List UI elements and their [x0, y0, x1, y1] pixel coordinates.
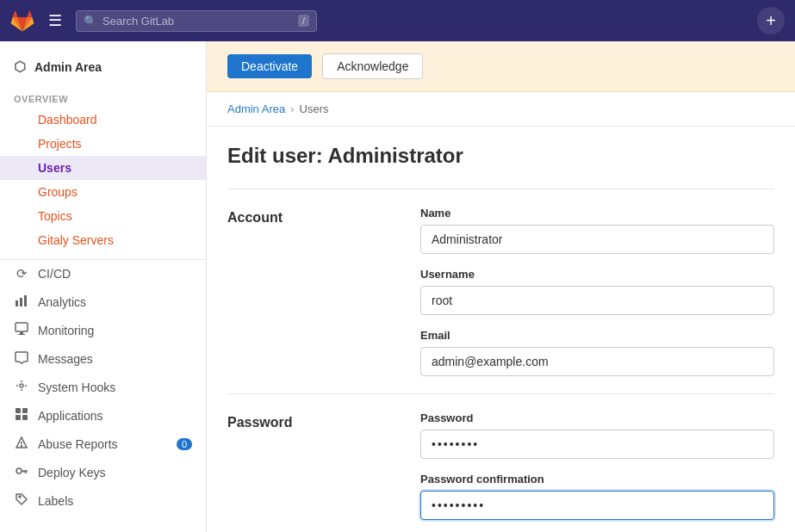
svg-rect-10	[22, 415, 28, 420]
password-label: Password	[420, 411, 774, 424]
deploy-keys-icon	[14, 464, 29, 480]
password-confirm-label: Password confirmation	[420, 473, 774, 486]
sidebar-item-users[interactable]: Users	[0, 156, 206, 180]
svg-rect-7	[16, 408, 21, 413]
svg-rect-3	[16, 323, 28, 331]
acknowledge-button[interactable]: Acknowledge	[322, 53, 423, 79]
applications-icon	[14, 407, 29, 424]
svg-point-13	[16, 468, 22, 473]
deactivate-button[interactable]: Deactivate	[227, 54, 312, 78]
svg-point-17	[19, 496, 21, 498]
analytics-icon	[14, 294, 29, 310]
search-icon: 🔍	[84, 15, 97, 28]
sidebar-item-abuse-reports[interactable]: Abuse Reports 0	[0, 430, 206, 458]
plus-button[interactable]: +	[757, 7, 785, 34]
sidebar-item-labels[interactable]: Labels	[0, 486, 206, 515]
username-input[interactable]	[420, 286, 774, 315]
password-section: Password Password Password confirmation	[227, 393, 774, 532]
email-input[interactable]	[420, 347, 774, 376]
breadcrumb: Admin Area › Users	[207, 92, 795, 127]
applications-label: Applications	[38, 409, 103, 423]
username-label: Username	[420, 268, 774, 281]
sidebar-item-projects[interactable]: Projects	[0, 132, 206, 156]
labels-icon	[14, 492, 29, 509]
password-field-group: Password	[420, 411, 774, 459]
sidebar-header: ⬡ Admin Area	[0, 52, 206, 85]
breadcrumb-parent[interactable]: Admin Area	[227, 102, 285, 115]
top-nav-right: +	[757, 7, 785, 34]
system-hooks-icon	[14, 379, 29, 395]
sidebar-item-topics[interactable]: Topics	[0, 204, 206, 228]
search-box[interactable]: 🔍 /	[76, 10, 317, 32]
sidebar-item-applications[interactable]: Applications	[0, 401, 206, 430]
password-fields: Password Password confirmation	[420, 411, 774, 520]
email-label: Email	[420, 329, 774, 342]
messages-icon	[14, 350, 29, 367]
svg-rect-0	[16, 300, 18, 306]
cicd-label: CI/CD	[38, 267, 71, 281]
analytics-label: Analytics	[38, 295, 86, 309]
abuse-reports-badge: 0	[177, 438, 192, 450]
hamburger-menu[interactable]: ☰	[45, 8, 65, 34]
sidebar-item-dashboard[interactable]: Dashboard	[0, 108, 206, 132]
name-label: Name	[420, 207, 774, 220]
abuse-reports-icon	[14, 436, 29, 452]
sidebar-item-deploy-keys[interactable]: Deploy Keys	[0, 458, 206, 486]
password-confirm-field-group: Password confirmation	[420, 473, 774, 520]
messages-label: Messages	[38, 352, 93, 366]
sidebar-item-monitoring[interactable]: Monitoring	[0, 316, 206, 344]
password-input[interactable]	[420, 430, 774, 459]
svg-point-12	[22, 446, 22, 447]
deploy-keys-label: Deploy Keys	[38, 466, 106, 479]
sidebar-item-system-hooks[interactable]: System Hooks	[0, 373, 206, 401]
search-input[interactable]	[102, 15, 293, 28]
account-section: Account Name Username Email	[227, 189, 774, 393]
sidebar-item-messages[interactable]: Messages	[0, 344, 206, 373]
username-field-group: Username	[420, 268, 774, 315]
svg-rect-1	[20, 298, 22, 306]
account-fields: Name Username Email	[420, 207, 774, 376]
svg-rect-5	[18, 334, 25, 335]
search-shortcut: /	[298, 15, 309, 27]
cicd-icon: ⟳	[14, 266, 29, 281]
email-field-group: Email	[420, 329, 774, 376]
admin-icon: ⬡	[14, 59, 26, 75]
svg-rect-2	[24, 295, 27, 306]
monitoring-label: Monitoring	[38, 324, 94, 337]
breadcrumb-current: Users	[300, 102, 329, 115]
password-section-label: Password	[227, 411, 400, 520]
alert-bar: Deactivate Acknowledge	[207, 41, 795, 92]
main-layout: ⬡ Admin Area Overview Dashboard Projects…	[0, 41, 795, 532]
sidebar: ⬡ Admin Area Overview Dashboard Projects…	[0, 41, 207, 532]
breadcrumb-separator: ›	[290, 102, 294, 115]
page-title: Edit user: Administrator	[227, 144, 774, 168]
gitlab-logo[interactable]	[10, 9, 34, 33]
svg-rect-8	[22, 408, 28, 413]
sidebar-item-analytics[interactable]: Analytics	[0, 288, 206, 316]
svg-rect-4	[20, 332, 23, 334]
system-hooks-label: System Hooks	[38, 380, 115, 394]
sidebar-admin-label: Admin Area	[34, 60, 102, 74]
abuse-reports-label: Abuse Reports	[38, 437, 118, 451]
sidebar-item-groups[interactable]: Groups	[0, 180, 206, 204]
name-input[interactable]	[420, 225, 774, 254]
page-content: Edit user: Administrator Account Name Us…	[207, 127, 795, 532]
password-confirm-input[interactable]	[420, 491, 774, 520]
sidebar-item-cicd[interactable]: ⟳ CI/CD	[0, 260, 206, 288]
main-content: Deactivate Acknowledge Admin Area › User…	[207, 41, 795, 532]
account-section-label: Account	[227, 207, 400, 376]
labels-label: Labels	[38, 494, 73, 508]
svg-point-6	[20, 384, 23, 387]
sidebar-item-gitaly-servers[interactable]: Gitaly Servers	[0, 228, 206, 252]
overview-section-label: Overview	[0, 89, 206, 108]
svg-rect-9	[16, 415, 21, 420]
name-field-group: Name	[420, 207, 774, 254]
monitoring-icon	[14, 322, 29, 338]
top-navigation: ☰ 🔍 / +	[0, 0, 795, 41]
